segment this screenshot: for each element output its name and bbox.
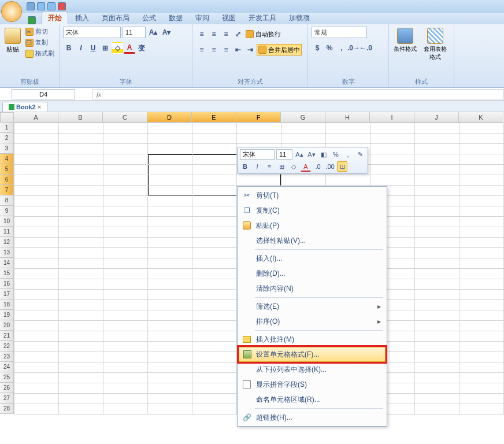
row-header[interactable]: 20 [0,320,14,331]
increase-font-button[interactable]: A▴ [147,27,159,38]
tab-developer[interactable]: 开发工具 [243,12,282,24]
row-header[interactable]: 25 [0,372,14,383]
row-header[interactable]: 12 [0,237,14,247]
menu-format-cells[interactable]: 设置单元格格式(F)... [239,347,386,362]
decrease-font-button[interactable]: A▾ [161,27,172,38]
menu-pick-from-list[interactable]: 从下拉列表中选择(K)... [239,362,386,377]
tab-formulas[interactable]: 公式 [136,12,162,24]
menu-cut[interactable]: 剪切(T) [239,188,386,203]
row-header[interactable]: 9 [0,206,14,216]
mini-border[interactable]: ⊞ [276,161,287,172]
tab-addins[interactable]: 加载项 [283,12,316,24]
indent-inc-button[interactable]: ⇥ [244,44,256,56]
row-header[interactable]: 15 [0,268,14,279]
align-middle-button[interactable]: ≡ [208,28,220,40]
tab-review[interactable]: 审阅 [190,12,215,24]
menu-paste[interactable]: 粘贴(P) [239,218,386,233]
column-header[interactable]: H [325,112,370,123]
mini-fill-color[interactable]: ◇ [288,161,299,172]
row-header[interactable]: 27 [0,393,14,404]
column-header[interactable]: B [58,112,103,123]
orientation-button[interactable]: ⤢ [232,28,244,40]
row-header[interactable]: 24 [0,362,14,372]
align-top-button[interactable]: ≡ [196,28,207,40]
name-box[interactable]: D4 [12,89,75,99]
column-header[interactable]: E [192,112,236,123]
office-button[interactable] [1,1,22,22]
conditional-format-button[interactable]: 条件格式 [392,27,418,54]
italic-button[interactable]: I [75,42,87,54]
tab-home[interactable]: 开始 [42,12,68,24]
mini-style-icon[interactable]: ◧ [318,149,329,160]
redo-icon[interactable] [47,2,55,10]
merge-center-button[interactable]: 合并后居中 [257,44,302,56]
mini-bold[interactable]: B [240,161,250,172]
fill-color-button[interactable]: ◇ [112,42,123,54]
border-button[interactable]: ⊞ [99,42,111,54]
increase-decimal-button[interactable]: .0→ [348,42,360,54]
tab-insert[interactable]: 插入 [69,12,95,24]
column-header[interactable]: C [103,112,147,123]
number-format-combo[interactable]: 常规 [312,27,367,38]
mini-merge[interactable]: ⊡ [337,161,347,172]
column-header[interactable]: D [147,112,192,123]
mini-comma[interactable]: , [343,149,353,160]
menu-copy[interactable]: 复制(C) [239,203,386,218]
align-left-button[interactable]: ≡ [196,44,207,56]
row-header[interactable]: 3 [0,143,14,154]
column-header[interactable]: K [459,112,503,123]
copy-button[interactable]: 复制 [24,38,55,47]
row-header[interactable]: 10 [0,216,14,227]
format-painter-button[interactable]: 格式刷 [24,49,55,58]
tab-page-layout[interactable]: 页面布局 [96,12,135,24]
column-header[interactable]: G [281,112,325,123]
row-header[interactable]: 19 [0,310,14,320]
menu-hyperlink[interactable]: 超链接(H)... [239,410,386,425]
menu-clear[interactable]: 清除内容(N) [239,281,386,296]
indent-dec-button[interactable]: ⇤ [232,44,244,56]
workbook-tab[interactable]: Book2× [2,102,47,112]
row-header[interactable]: 5 [0,164,14,175]
comma-button[interactable]: , [336,42,347,54]
align-right-button[interactable]: ≡ [220,44,232,56]
underline-button[interactable]: U [87,42,99,54]
mini-inc-decimal[interactable]: .00 [325,161,335,172]
align-center-button[interactable]: ≡ [208,44,220,56]
mini-brush-icon[interactable]: ✎ [355,149,365,160]
row-header[interactable]: 4 [0,154,14,164]
row-header[interactable]: 2 [0,133,14,143]
row-header[interactable]: 7 [0,185,14,195]
menu-sort[interactable]: 排序(O)▸ [239,314,386,329]
paste-button[interactable]: 粘贴 [3,27,22,55]
column-header[interactable]: J [414,112,459,123]
bold-button[interactable]: B [63,42,75,54]
currency-button[interactable]: $ [312,42,323,54]
row-header[interactable]: 6 [0,175,14,185]
tab-data[interactable]: 数据 [163,12,188,24]
mini-percent[interactable]: % [331,149,341,160]
font-size-combo[interactable]: 11 [123,27,146,38]
phonetic-button[interactable]: 变 [136,42,147,54]
undo-icon[interactable] [37,2,45,10]
row-header[interactable]: 11 [0,227,14,237]
mini-font-combo[interactable]: 宋体 [240,149,275,160]
decrease-decimal-button[interactable]: ←.0 [360,42,372,54]
menu-filter[interactable]: 筛选(E)▸ [239,299,386,314]
percent-button[interactable]: % [324,42,335,54]
row-header[interactable]: 16 [0,279,14,289]
menu-phonetic[interactable]: 显示拼音字段(S) [239,377,386,392]
menu-insert-comment[interactable]: 插入批注(M) [239,332,386,347]
select-all-corner[interactable] [0,112,14,123]
row-header[interactable]: 22 [0,341,14,352]
mini-increase-font[interactable]: A▴ [294,149,305,160]
column-header[interactable]: I [370,112,414,123]
tab-view[interactable]: 视图 [216,12,242,24]
row-header[interactable]: 17 [0,289,14,299]
row-header[interactable]: 8 [0,195,14,206]
row-header[interactable]: 23 [0,352,14,362]
row-header[interactable]: 1 [0,123,14,133]
font-name-combo[interactable]: 宋体 [63,27,121,38]
row-header[interactable]: 18 [0,299,14,310]
row-header[interactable]: 28 [0,404,14,414]
mini-italic[interactable]: I [252,161,262,172]
